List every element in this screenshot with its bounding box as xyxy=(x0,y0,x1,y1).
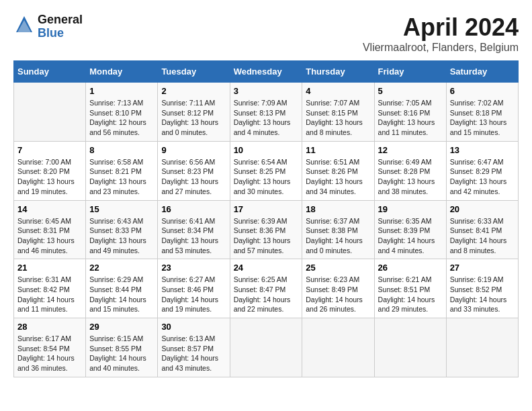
day-number: 3 xyxy=(234,86,299,96)
day-info: Sunrise: 7:00 AM Sunset: 8:20 PM Dayligh… xyxy=(17,157,82,197)
weekday-header: Thursday xyxy=(302,61,374,83)
weekday-header: Monday xyxy=(86,61,158,83)
calendar-cell xyxy=(374,318,446,377)
day-info: Sunrise: 6:31 AM Sunset: 8:42 PM Dayligh… xyxy=(17,275,82,314)
calendar-cell xyxy=(302,318,374,377)
weekday-header: Sunday xyxy=(14,61,86,83)
logo-blue: Blue xyxy=(38,27,83,40)
day-number: 16 xyxy=(161,204,226,214)
day-number: 27 xyxy=(450,263,515,273)
day-info: Sunrise: 7:13 AM Sunset: 8:10 PM Dayligh… xyxy=(89,98,154,138)
day-number: 21 xyxy=(17,263,82,273)
calendar-cell: 12Sunrise: 6:49 AM Sunset: 8:28 PM Dayli… xyxy=(374,141,446,200)
day-info: Sunrise: 6:49 AM Sunset: 8:28 PM Dayligh… xyxy=(378,157,443,197)
calendar-cell: 22Sunrise: 6:29 AM Sunset: 8:44 PM Dayli… xyxy=(86,259,158,318)
calendar-week-row: 21Sunrise: 6:31 AM Sunset: 8:42 PM Dayli… xyxy=(14,259,519,318)
day-number: 12 xyxy=(378,145,443,155)
calendar-cell: 26Sunrise: 6:21 AM Sunset: 8:51 PM Dayli… xyxy=(374,259,446,318)
day-info: Sunrise: 6:23 AM Sunset: 8:49 PM Dayligh… xyxy=(306,275,370,314)
calendar-cell: 7Sunrise: 7:00 AM Sunset: 8:20 PM Daylig… xyxy=(14,141,86,200)
calendar-cell: 1Sunrise: 7:13 AM Sunset: 8:10 PM Daylig… xyxy=(86,83,158,142)
day-number: 29 xyxy=(89,322,154,332)
page-header: General Blue April 2024 Vliermaalroot, F… xyxy=(13,13,519,54)
calendar-cell: 2Sunrise: 7:11 AM Sunset: 8:12 PM Daylig… xyxy=(158,83,230,142)
calendar-cell: 13Sunrise: 6:47 AM Sunset: 8:29 PM Dayli… xyxy=(446,141,518,200)
calendar-week-row: 1Sunrise: 7:13 AM Sunset: 8:10 PM Daylig… xyxy=(14,83,519,142)
day-info: Sunrise: 6:35 AM Sunset: 8:39 PM Dayligh… xyxy=(378,216,443,256)
weekday-header: Friday xyxy=(374,61,446,83)
day-number: 1 xyxy=(89,86,154,96)
logo-icon xyxy=(13,15,35,36)
calendar-week-row: 28Sunrise: 6:17 AM Sunset: 8:54 PM Dayli… xyxy=(14,318,519,377)
day-number: 15 xyxy=(89,204,154,214)
day-info: Sunrise: 6:54 AM Sunset: 8:25 PM Dayligh… xyxy=(234,157,299,197)
day-info: Sunrise: 6:37 AM Sunset: 8:38 PM Dayligh… xyxy=(306,216,370,256)
calendar-cell: 21Sunrise: 6:31 AM Sunset: 8:42 PM Dayli… xyxy=(14,259,86,318)
day-number: 14 xyxy=(17,204,82,214)
calendar-table: SundayMondayTuesdayWednesdayThursdayFrid… xyxy=(13,60,519,377)
calendar-cell: 27Sunrise: 6:19 AM Sunset: 8:52 PM Dayli… xyxy=(446,259,518,318)
day-info: Sunrise: 6:27 AM Sunset: 8:46 PM Dayligh… xyxy=(161,275,226,314)
day-number: 23 xyxy=(161,263,226,273)
calendar-cell: 5Sunrise: 7:05 AM Sunset: 8:16 PM Daylig… xyxy=(374,83,446,142)
day-info: Sunrise: 6:33 AM Sunset: 8:41 PM Dayligh… xyxy=(450,216,515,256)
day-number: 11 xyxy=(306,145,370,155)
day-number: 7 xyxy=(17,145,82,155)
calendar-cell: 14Sunrise: 6:45 AM Sunset: 8:31 PM Dayli… xyxy=(14,200,86,259)
day-info: Sunrise: 6:43 AM Sunset: 8:33 PM Dayligh… xyxy=(89,216,154,256)
day-number: 18 xyxy=(306,204,370,214)
day-number: 2 xyxy=(161,86,226,96)
day-info: Sunrise: 6:56 AM Sunset: 8:23 PM Dayligh… xyxy=(161,157,226,197)
day-info: Sunrise: 6:41 AM Sunset: 8:34 PM Dayligh… xyxy=(161,216,226,256)
day-info: Sunrise: 7:05 AM Sunset: 8:16 PM Dayligh… xyxy=(378,98,443,138)
day-info: Sunrise: 6:58 AM Sunset: 8:21 PM Dayligh… xyxy=(89,157,154,197)
calendar-cell: 3Sunrise: 7:09 AM Sunset: 8:13 PM Daylig… xyxy=(230,83,302,142)
day-number: 9 xyxy=(161,145,226,155)
day-number: 8 xyxy=(89,145,154,155)
calendar-cell: 30Sunrise: 6:13 AM Sunset: 8:57 PM Dayli… xyxy=(158,318,230,377)
day-info: Sunrise: 6:15 AM Sunset: 8:55 PM Dayligh… xyxy=(89,334,154,373)
logo-text: General Blue xyxy=(38,13,83,40)
day-number: 30 xyxy=(161,322,226,332)
day-number: 17 xyxy=(234,204,299,214)
day-info: Sunrise: 6:51 AM Sunset: 8:26 PM Dayligh… xyxy=(306,157,370,197)
day-info: Sunrise: 6:17 AM Sunset: 8:54 PM Dayligh… xyxy=(17,334,82,373)
day-number: 19 xyxy=(378,204,443,214)
calendar-cell: 25Sunrise: 6:23 AM Sunset: 8:49 PM Dayli… xyxy=(302,259,374,318)
day-info: Sunrise: 7:11 AM Sunset: 8:12 PM Dayligh… xyxy=(161,98,226,138)
calendar-header-row: SundayMondayTuesdayWednesdayThursdayFrid… xyxy=(14,61,519,83)
day-info: Sunrise: 6:39 AM Sunset: 8:36 PM Dayligh… xyxy=(234,216,299,256)
calendar-cell: 10Sunrise: 6:54 AM Sunset: 8:25 PM Dayli… xyxy=(230,141,302,200)
day-info: Sunrise: 6:13 AM Sunset: 8:57 PM Dayligh… xyxy=(161,334,226,373)
day-info: Sunrise: 6:29 AM Sunset: 8:44 PM Dayligh… xyxy=(89,275,154,314)
calendar-cell: 23Sunrise: 6:27 AM Sunset: 8:46 PM Dayli… xyxy=(158,259,230,318)
calendar-cell: 8Sunrise: 6:58 AM Sunset: 8:21 PM Daylig… xyxy=(86,141,158,200)
calendar-cell: 17Sunrise: 6:39 AM Sunset: 8:36 PM Dayli… xyxy=(230,200,302,259)
day-number: 24 xyxy=(234,263,299,273)
calendar-cell: 16Sunrise: 6:41 AM Sunset: 8:34 PM Dayli… xyxy=(158,200,230,259)
calendar-cell: 6Sunrise: 7:02 AM Sunset: 8:18 PM Daylig… xyxy=(446,83,518,142)
calendar-cell: 4Sunrise: 7:07 AM Sunset: 8:15 PM Daylig… xyxy=(302,83,374,142)
day-number: 25 xyxy=(306,263,370,273)
day-number: 5 xyxy=(378,86,443,96)
location-title: Vliermaalroot, Flanders, Belgium xyxy=(363,42,519,54)
weekday-header: Wednesday xyxy=(230,61,302,83)
calendar-cell: 15Sunrise: 6:43 AM Sunset: 8:33 PM Dayli… xyxy=(86,200,158,259)
day-info: Sunrise: 6:19 AM Sunset: 8:52 PM Dayligh… xyxy=(450,275,515,314)
calendar-cell: 19Sunrise: 6:35 AM Sunset: 8:39 PM Dayli… xyxy=(374,200,446,259)
day-info: Sunrise: 7:02 AM Sunset: 8:18 PM Dayligh… xyxy=(450,98,515,138)
day-number: 13 xyxy=(450,145,515,155)
day-number: 22 xyxy=(89,263,154,273)
day-number: 10 xyxy=(234,145,299,155)
day-number: 28 xyxy=(17,322,82,332)
calendar-cell xyxy=(446,318,518,377)
day-number: 26 xyxy=(378,263,443,273)
calendar-week-row: 7Sunrise: 7:00 AM Sunset: 8:20 PM Daylig… xyxy=(14,141,519,200)
day-number: 4 xyxy=(306,86,370,96)
weekday-header: Tuesday xyxy=(158,61,230,83)
calendar-cell: 28Sunrise: 6:17 AM Sunset: 8:54 PM Dayli… xyxy=(14,318,86,377)
day-info: Sunrise: 6:25 AM Sunset: 8:47 PM Dayligh… xyxy=(234,275,299,314)
title-section: April 2024 Vliermaalroot, Flanders, Belg… xyxy=(363,13,519,54)
day-info: Sunrise: 7:07 AM Sunset: 8:15 PM Dayligh… xyxy=(306,98,370,138)
day-info: Sunrise: 6:47 AM Sunset: 8:29 PM Dayligh… xyxy=(450,157,515,197)
